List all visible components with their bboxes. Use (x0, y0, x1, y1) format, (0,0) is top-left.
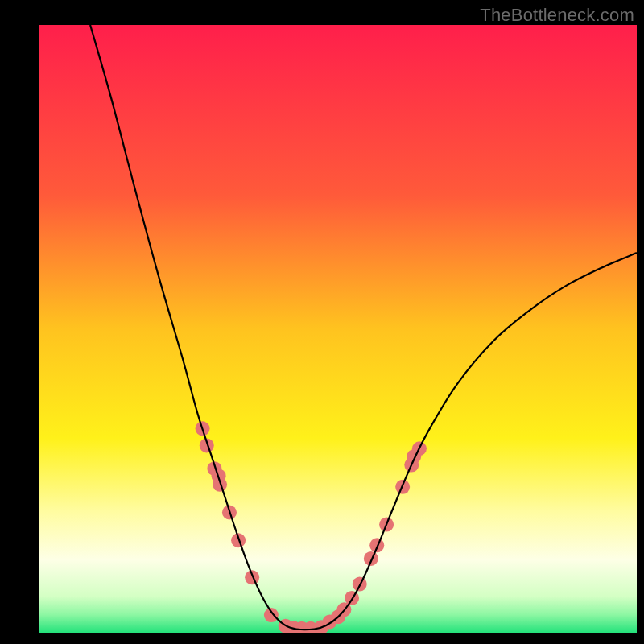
gradient-background (39, 25, 637, 633)
bottleneck-chart (0, 0, 644, 644)
data-marker (245, 570, 259, 584)
chart-stage: TheBottleneck.com (0, 0, 644, 644)
data-marker (369, 538, 384, 552)
data-marker (264, 608, 279, 622)
watermark-label: TheBottleneck.com (480, 5, 634, 26)
